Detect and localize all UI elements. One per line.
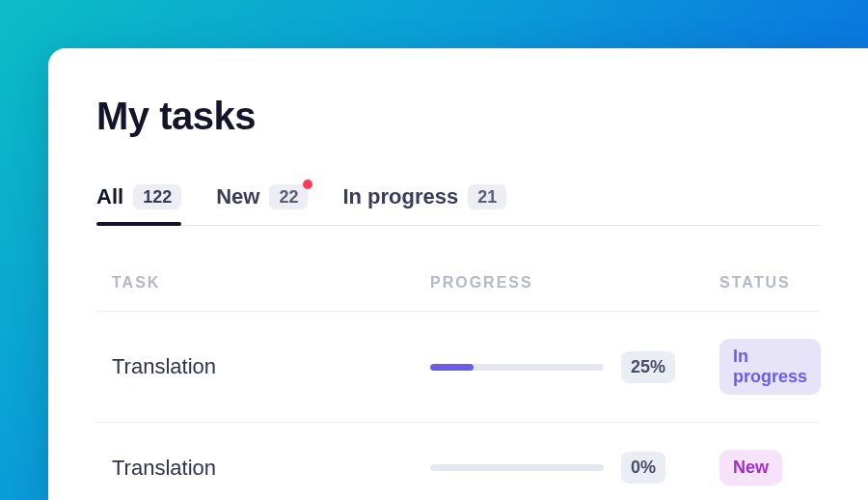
table-header: TASK PROGRESS STATUS	[96, 249, 820, 312]
tab-count: 21	[468, 184, 506, 209]
status-badge: New	[719, 450, 782, 486]
col-progress: PROGRESS	[430, 274, 719, 292]
table-row[interactable]: Translation 0% New	[96, 423, 820, 500]
col-task: TASK	[112, 274, 430, 292]
progress-percent: 25%	[621, 351, 675, 383]
tab-new[interactable]: New 22	[216, 184, 308, 225]
notification-dot-icon	[303, 180, 312, 189]
task-name: Translation	[112, 456, 430, 481]
tasks-panel: My tasks All 122 New 22 In progress 21 T…	[48, 48, 868, 500]
progress-bar	[430, 364, 604, 371]
tasks-table: TASK PROGRESS STATUS Translation 25% In …	[96, 249, 820, 500]
tab-all[interactable]: All 122	[96, 184, 181, 225]
progress-cell: 25%	[430, 351, 719, 383]
task-name: Translation	[112, 354, 430, 379]
progress-bar	[430, 464, 604, 471]
task-tabs: All 122 New 22 In progress 21	[96, 184, 820, 226]
tab-count: 122	[133, 184, 181, 209]
progress-bar-fill	[430, 364, 474, 371]
col-status: STATUS	[719, 274, 804, 292]
tab-count: 22	[269, 184, 308, 209]
table-row[interactable]: Translation 25% In progress	[96, 312, 820, 423]
tab-label: All	[96, 184, 123, 209]
tab-label: In progress	[342, 184, 458, 209]
page-title: My tasks	[96, 95, 820, 138]
tab-label: New	[216, 184, 259, 209]
status-badge: In progress	[719, 339, 821, 395]
tab-inprogress[interactable]: In progress 21	[342, 184, 506, 225]
progress-percent: 0%	[621, 452, 665, 484]
progress-cell: 0%	[430, 452, 719, 484]
